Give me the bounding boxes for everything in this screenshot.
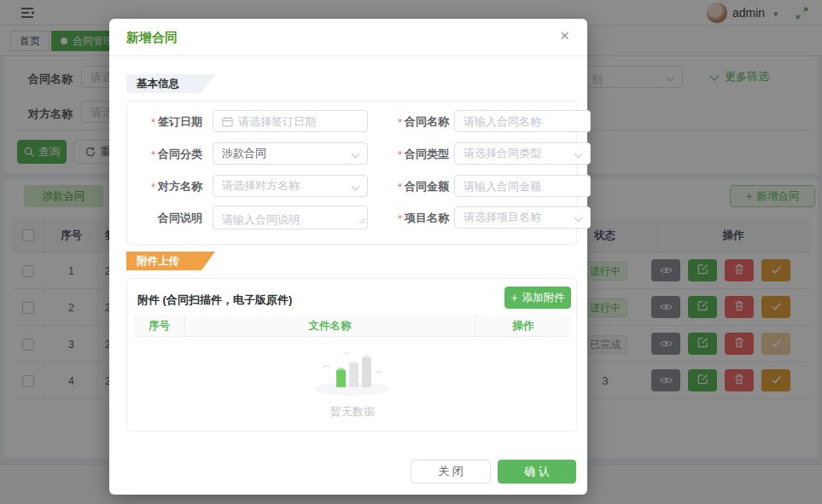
- required-mark: *: [398, 212, 402, 225]
- chevron-down-icon: [352, 150, 360, 159]
- required-mark: *: [151, 148, 155, 161]
- basic-info-label: 基本信息: [137, 77, 179, 91]
- chevron-down-icon: [574, 150, 583, 159]
- field-label-party-name: * 对方名称: [132, 179, 202, 194]
- contract-category-value: 涉款合同: [222, 146, 266, 161]
- basic-info-panel: * 签订日期 * 合同名称 * 合同分类 涉款合同: [126, 101, 577, 245]
- dialog-title: 新增合同: [126, 30, 178, 46]
- add-attachment-label: 添加附件: [522, 291, 565, 305]
- field-label-contract-name: * 合同名称: [375, 114, 449, 130]
- field-label-contract-type: * 合同类型: [375, 147, 449, 162]
- label-text: 合同金额: [405, 179, 449, 194]
- attachment-header-filename: 文件名称: [185, 315, 475, 337]
- chevron-down-icon: [574, 214, 583, 223]
- attachment-section-label: 附件上传: [137, 254, 179, 269]
- contract-note-field[interactable]: [222, 211, 359, 229]
- dialog-close-button[interactable]: 关 闭: [411, 460, 491, 484]
- dialog-confirm-label: 确 认: [524, 464, 550, 479]
- sign-date-field[interactable]: [238, 111, 359, 131]
- calendar-icon: [222, 116, 233, 127]
- empty-state: 暂无数据: [134, 337, 571, 426]
- dialog-close-label: 关 闭: [438, 464, 463, 479]
- contract-amount-input[interactable]: [454, 175, 591, 197]
- dialog-header: 新增合同 ×: [109, 19, 587, 56]
- close-icon[interactable]: ×: [560, 27, 569, 43]
- contract-type-placeholder: 请选择合同类型: [463, 146, 541, 161]
- new-contract-dialog: 新增合同 × 基本信息 * 签订日期 * 合同名称: [109, 19, 587, 495]
- label-text: 合同说明: [158, 211, 202, 226]
- add-attachment-button[interactable]: + 添加附件: [504, 287, 571, 309]
- resize-handle[interactable]: [359, 214, 365, 227]
- label-text: 合同名称: [405, 114, 449, 130]
- attachment-title: 附件 (合同扫描件，电子版原件): [137, 293, 292, 308]
- field-label-project-name: * 项目名称: [375, 211, 449, 226]
- attachment-table-header: 序号 文件名称 操作: [134, 315, 571, 337]
- party-name-placeholder: 请选择对方名称: [222, 178, 300, 194]
- field-label-contract-amount: * 合同金额: [375, 179, 449, 194]
- label-text: 合同分类: [158, 147, 202, 162]
- required-mark: *: [398, 116, 402, 129]
- field-label-contract-note: 合同说明: [132, 211, 202, 226]
- party-name-select[interactable]: 请选择对方名称: [213, 175, 368, 197]
- contract-name-field[interactable]: [463, 111, 581, 131]
- label-text: 项目名称: [405, 211, 449, 226]
- app-root: admin ▾ 首页 合同管理 合同名称 对方名称: [0, 0, 822, 504]
- label-text: 合同类型: [405, 147, 449, 162]
- label-text: 签订日期: [158, 114, 202, 130]
- plus-icon: +: [510, 291, 517, 304]
- field-label-contract-category: * 合同分类: [132, 147, 202, 162]
- sign-date-input[interactable]: [213, 110, 368, 132]
- attachment-section-badge: 附件上传: [126, 252, 215, 270]
- contract-name-input[interactable]: [454, 110, 591, 132]
- attachment-header-action: 操作: [475, 315, 571, 337]
- empty-text: 暂无数据: [330, 404, 375, 420]
- dialog-confirm-button[interactable]: 确 认: [498, 460, 576, 484]
- attachment-header-index: 序号: [134, 315, 185, 337]
- contract-note-textarea[interactable]: [213, 206, 368, 229]
- basic-info-section-badge: 基本信息: [126, 74, 215, 93]
- required-mark: *: [151, 181, 155, 194]
- contract-type-select[interactable]: 请选择合同类型: [454, 142, 591, 165]
- required-mark: *: [151, 116, 155, 129]
- empty-chart-illustration: [306, 343, 399, 401]
- project-name-placeholder: 请选择项目名称: [463, 210, 541, 225]
- required-mark: *: [398, 181, 402, 194]
- contract-category-select[interactable]: 涉款合同: [213, 142, 368, 165]
- chevron-down-icon: [352, 182, 360, 191]
- label-text: 对方名称: [158, 179, 202, 194]
- project-name-select[interactable]: 请选择项目名称: [454, 206, 591, 229]
- required-mark: *: [398, 148, 402, 161]
- field-label-sign-date: * 签订日期: [132, 114, 202, 130]
- attachment-panel: 附件 (合同扫描件，电子版原件) + 添加附件 序号 文件名称 操作: [126, 278, 577, 432]
- contract-amount-field[interactable]: [463, 176, 581, 196]
